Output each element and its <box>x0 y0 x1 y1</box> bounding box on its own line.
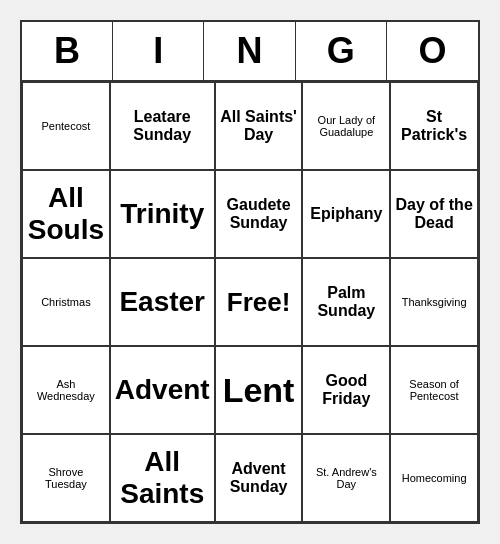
bingo-grid: PentecostLeatare SundayAll Saints' DayOu… <box>22 82 478 522</box>
cell-r3-c1: Advent <box>110 346 215 434</box>
cell-r3-c0: Ash Wednesday <box>22 346 110 434</box>
cell-r2-c0: Christmas <box>22 258 110 346</box>
cell-r4-c3: St. Andrew's Day <box>302 434 390 522</box>
cell-r0-c4: St Patrick's <box>390 82 478 170</box>
header-letter: I <box>113 22 204 80</box>
cell-r4-c1: All Saints <box>110 434 215 522</box>
cell-r4-c2: Advent Sunday <box>215 434 303 522</box>
bingo-header: BINGO <box>22 22 478 82</box>
cell-r0-c2: All Saints' Day <box>215 82 303 170</box>
cell-r1-c3: Epiphany <box>302 170 390 258</box>
header-letter: G <box>296 22 387 80</box>
cell-r1-c0: All Souls <box>22 170 110 258</box>
header-letter: N <box>204 22 295 80</box>
cell-r1-c1: Trinity <box>110 170 215 258</box>
cell-r3-c3: Good Friday <box>302 346 390 434</box>
header-letter: O <box>387 22 478 80</box>
cell-r2-c1: Easter <box>110 258 215 346</box>
cell-r3-c2: Lent <box>215 346 303 434</box>
cell-r2-c3: Palm Sunday <box>302 258 390 346</box>
header-letter: B <box>22 22 113 80</box>
bingo-card: BINGO PentecostLeatare SundayAll Saints'… <box>20 20 480 524</box>
cell-r2-c2: Free! <box>215 258 303 346</box>
cell-r0-c3: Our Lady of Guadalupe <box>302 82 390 170</box>
cell-r1-c2: Gaudete Sunday <box>215 170 303 258</box>
cell-r0-c1: Leatare Sunday <box>110 82 215 170</box>
cell-r4-c4: Homecoming <box>390 434 478 522</box>
cell-r2-c4: Thanksgiving <box>390 258 478 346</box>
cell-r3-c4: Season of Pentecost <box>390 346 478 434</box>
cell-r0-c0: Pentecost <box>22 82 110 170</box>
cell-r1-c4: Day of the Dead <box>390 170 478 258</box>
cell-r4-c0: Shrove Tuesday <box>22 434 110 522</box>
